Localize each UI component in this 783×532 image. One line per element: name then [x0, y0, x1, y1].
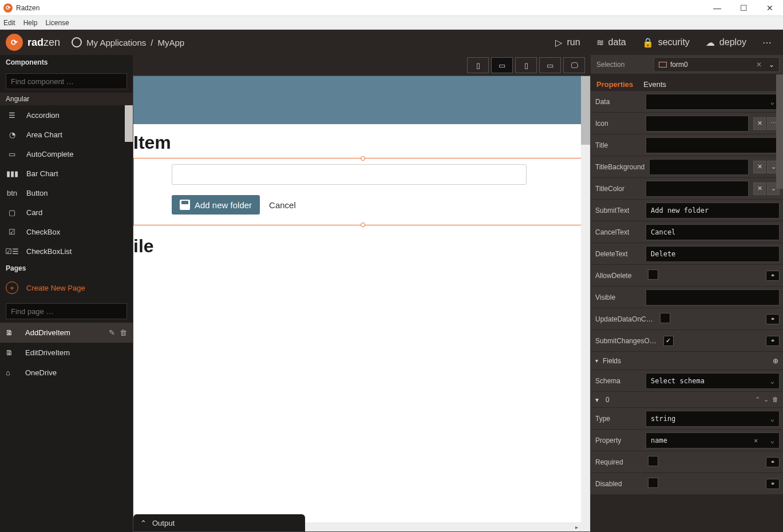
selection-handle-s[interactable]: [361, 223, 365, 227]
canvas-scrollbar-y[interactable]: [581, 76, 590, 531]
breadcrumb-sep: /: [151, 38, 153, 47]
more-button[interactable]: ⋯: [762, 37, 772, 48]
device-desktop[interactable]: 🖵: [563, 57, 585, 73]
card-icon: ▢: [6, 207, 18, 217]
field-0-header[interactable]: ▾ 0 ⌃ ⌄ 🗑: [591, 392, 783, 408]
component-scrollbar[interactable]: [125, 105, 133, 142]
cancel-button[interactable]: Cancel: [269, 200, 296, 210]
edit-page-icon[interactable]: ✎: [109, 328, 115, 337]
move-down-icon[interactable]: ⌄: [764, 396, 769, 403]
fields-section-header[interactable]: ▾ Fields ⊕: [591, 352, 783, 370]
create-page-button[interactable]: + Create New Page: [0, 276, 133, 300]
tab-properties[interactable]: Properties: [596, 78, 633, 91]
submit-button[interactable]: Add new folder: [172, 195, 260, 215]
prop-data-dropdown[interactable]: ⌄: [646, 94, 780, 110]
prop-disabled-checkbox[interactable]: [648, 478, 658, 488]
page-item-adddriveitem[interactable]: 🗎 AddDriveItem ✎ 🗑: [0, 323, 133, 343]
component-accordion[interactable]: ☰Accordion: [0, 105, 133, 125]
prop-required-bind[interactable]: ⚭: [766, 457, 780, 467]
device-phone[interactable]: ▯: [467, 57, 489, 73]
chevron-up-icon: ⌃: [140, 519, 147, 527]
prop-submitchanges-bind[interactable]: ⚭: [766, 336, 780, 346]
prop-label-titlecolor: TitleColor: [591, 185, 646, 193]
prop-title-input[interactable]: [646, 137, 780, 153]
prop-disabled-bind[interactable]: ⚭: [766, 479, 780, 489]
prop-icon-input[interactable]: [646, 116, 749, 132]
prop-allowdelete-bind[interactable]: ⚭: [766, 271, 780, 281]
component-bar-chart[interactable]: ▮▮▮Bar Chart: [0, 164, 133, 183]
prop-deletetext-input[interactable]: Delete: [646, 246, 780, 262]
file-icon: 🗎: [6, 348, 17, 357]
form-text-input[interactable]: [172, 164, 527, 185]
deploy-button[interactable]: ☁ deploy: [706, 37, 746, 48]
selection-dropdown[interactable]: form0 ✕ ⌄: [654, 57, 780, 72]
page-item-editdriveitem[interactable]: 🗎 EditDriveItem: [0, 343, 133, 363]
app-icon: ⟳: [3, 3, 13, 13]
component-group-angular[interactable]: Angular: [0, 93, 133, 105]
clear-selection-icon[interactable]: ✕: [756, 61, 762, 69]
page-item-onedrive[interactable]: ⌂ OneDrive: [0, 363, 133, 383]
design-canvas[interactable]: Item Add new folder Cancel ile ◂▸: [133, 76, 591, 532]
close-button[interactable]: ✕: [757, 0, 783, 16]
tablet-icon: ▯: [524, 61, 528, 70]
prop-property-dropdown[interactable]: name✕ ⌄: [646, 432, 780, 448]
prop-titlecolor-clear[interactable]: ✕: [753, 182, 766, 195]
prop-icon-clear[interactable]: ✕: [753, 117, 766, 130]
menubar: Edit Help License: [0, 16, 783, 30]
component-card[interactable]: ▢Card: [0, 203, 133, 222]
prop-type-dropdown[interactable]: string⌄: [646, 411, 780, 427]
menu-edit[interactable]: Edit: [3, 19, 15, 27]
selection-handle-n[interactable]: [361, 156, 365, 161]
data-button[interactable]: ≋ data: [596, 37, 626, 48]
prop-updatedata-checkbox[interactable]: [660, 313, 670, 323]
menu-license[interactable]: License: [45, 19, 69, 27]
find-component-input[interactable]: [6, 73, 127, 89]
breadcrumb-current[interactable]: MyApp: [157, 38, 184, 47]
form-icon: [659, 62, 667, 68]
device-tablet[interactable]: ▯: [515, 57, 537, 73]
component-autocomplete[interactable]: ▭AutoComplete: [0, 144, 133, 164]
component-area-chart[interactable]: ◔Area Chart: [0, 125, 133, 144]
delete-page-icon[interactable]: 🗑: [120, 328, 127, 337]
props-scrollbar[interactable]: [776, 74, 783, 189]
home-icon: ⌂: [6, 368, 17, 377]
delete-field-icon[interactable]: 🗑: [772, 396, 778, 403]
canvas-appbar[interactable]: [133, 76, 581, 124]
chevron-down-icon[interactable]: ⌄: [769, 61, 774, 69]
breadcrumb-root[interactable]: My Applications: [86, 38, 146, 47]
prop-required-checkbox[interactable]: [648, 456, 658, 466]
breadcrumb[interactable]: My Applications / MyApp: [72, 37, 184, 47]
area-chart-icon: ◔: [6, 129, 18, 140]
find-page-input[interactable]: [6, 303, 127, 319]
add-field-button[interactable]: ⊕: [773, 357, 778, 365]
canvas-heading[interactable]: Item: [133, 124, 590, 157]
prop-canceltext-input[interactable]: Cancel: [646, 224, 780, 240]
brand-logo: ⟳: [6, 34, 23, 51]
component-checkbox[interactable]: ☑CheckBox: [0, 222, 133, 241]
component-checkboxlist[interactable]: ☑☰CheckBoxList: [0, 241, 133, 261]
tab-events[interactable]: Events: [643, 78, 666, 91]
lock-icon: 🔒: [642, 37, 654, 48]
canvas-heading-2[interactable]: ile: [133, 228, 590, 260]
prop-titlebg-clear[interactable]: ✕: [753, 161, 766, 173]
run-button[interactable]: ▷ run: [555, 37, 580, 48]
prop-titlecolor-input[interactable]: [646, 181, 749, 197]
play-icon: ▷: [555, 37, 562, 48]
component-button[interactable]: btnButton: [0, 183, 133, 203]
prop-allowdelete-checkbox[interactable]: [648, 269, 658, 280]
move-up-icon[interactable]: ⌃: [755, 396, 760, 403]
device-phone-landscape[interactable]: ▭: [491, 57, 513, 73]
prop-visible-input[interactable]: [646, 289, 780, 305]
form0-selected[interactable]: Add new folder Cancel: [133, 158, 588, 225]
device-tablet-landscape[interactable]: ▭: [539, 57, 561, 73]
minimize-button[interactable]: —: [704, 0, 730, 16]
maximize-button[interactable]: ☐: [730, 0, 757, 16]
security-button[interactable]: 🔒 security: [642, 37, 690, 48]
prop-submittext-input[interactable]: Add new folder: [646, 203, 780, 219]
prop-schema-dropdown[interactable]: Select schema⌄: [646, 373, 780, 389]
prop-updatedata-bind[interactable]: ⚭: [766, 314, 780, 324]
prop-submitchanges-checkbox[interactable]: ✓: [663, 336, 674, 346]
menu-help[interactable]: Help: [23, 19, 38, 27]
prop-titlebg-input[interactable]: [649, 159, 749, 175]
output-panel-toggle[interactable]: ⌃ Output: [133, 514, 305, 531]
